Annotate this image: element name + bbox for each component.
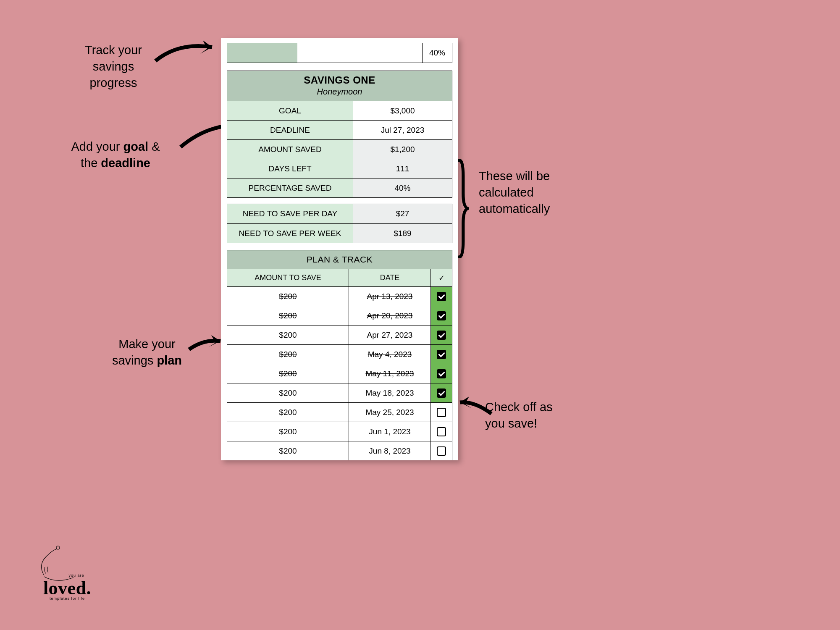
savings-row: DAYS LEFT111: [227, 159, 452, 178]
row-value: $1,200: [353, 140, 452, 159]
plan-check-cell[interactable]: [431, 364, 452, 383]
row-label: NEED TO SAVE PER DAY: [227, 204, 353, 223]
row-label: GOAL: [227, 101, 353, 120]
savings-subtitle: Honeymoon: [227, 86, 452, 99]
row-label: DEADLINE: [227, 121, 353, 139]
callout-check: Check off as you save!: [485, 399, 594, 432]
plan-date[interactable]: May 18, 2023: [349, 383, 431, 402]
plan-date[interactable]: Jun 1, 2023: [349, 422, 431, 441]
plan-check-cell[interactable]: [431, 326, 452, 344]
savings-tracker-card: 40% SAVINGS ONE Honeymoon GOAL$3,000DEAD…: [221, 38, 458, 460]
plan-amount[interactable]: $200: [227, 364, 349, 383]
need-block: NEED TO SAVE PER DAY$27NEED TO SAVE PER …: [227, 204, 452, 243]
checkbox-icon[interactable]: [437, 292, 446, 301]
checkbox-icon[interactable]: [437, 446, 446, 456]
savings-row: GOAL$3,000: [227, 101, 452, 120]
checkbox-icon[interactable]: [437, 388, 446, 398]
savings-title: SAVINGS ONE: [227, 74, 452, 86]
plan-date[interactable]: Apr 20, 2023: [349, 306, 431, 325]
plan-date[interactable]: May 11, 2023: [349, 364, 431, 383]
row-value: $189: [353, 224, 452, 243]
plan-row: $200May 25, 2023: [227, 402, 452, 422]
progress-bar: 40%: [227, 43, 452, 63]
plan-check-cell[interactable]: [431, 441, 452, 460]
callout-goal: Add your goal & the deadline: [52, 139, 178, 171]
row-label: AMOUNT SAVED: [227, 140, 353, 159]
row-value: $27: [353, 204, 452, 223]
savings-row: AMOUNT SAVED$1,200: [227, 139, 452, 159]
progress-track: [227, 43, 423, 63]
row-value[interactable]: $3,000: [353, 101, 452, 120]
arrow-icon: [153, 38, 225, 67]
plan-date[interactable]: May 25, 2023: [349, 403, 431, 422]
plan-check-cell[interactable]: [431, 345, 452, 364]
checkbox-icon[interactable]: [437, 427, 446, 436]
row-value[interactable]: Jul 27, 2023: [353, 121, 452, 139]
plan-check-cell[interactable]: [431, 383, 452, 402]
row-value: 40%: [353, 178, 452, 197]
callout-plan: Make your savings plan: [94, 336, 200, 369]
plan-row: $200Jun 1, 2023: [227, 422, 452, 441]
checkbox-icon[interactable]: [437, 350, 446, 359]
checkbox-icon[interactable]: [437, 311, 446, 320]
plan-amount[interactable]: $200: [227, 441, 349, 460]
plan-columns: AMOUNT TO SAVE DATE ✓: [227, 269, 452, 286]
plan-amount[interactable]: $200: [227, 326, 349, 344]
plan-amount[interactable]: $200: [227, 287, 349, 306]
plan-amount[interactable]: $200: [227, 306, 349, 325]
progress-percent: 40%: [423, 43, 452, 63]
savings-block: SAVINGS ONE Honeymoon GOAL$3,000DEADLINE…: [227, 71, 452, 198]
plan-row: $200Apr 27, 2023: [227, 325, 452, 344]
checkbox-icon[interactable]: [437, 408, 446, 417]
plan-amount[interactable]: $200: [227, 345, 349, 364]
plan-row: $200Apr 13, 2023: [227, 286, 452, 306]
plan-header: PLAN & TRACK: [227, 250, 452, 269]
row-label: NEED TO SAVE PER WEEK: [227, 224, 353, 243]
plan-row: $200May 18, 2023: [227, 383, 452, 402]
need-row: NEED TO SAVE PER WEEK$189: [227, 223, 452, 243]
row-label: DAYS LEFT: [227, 159, 353, 178]
callout-auto: These will be calculated automatically: [479, 168, 592, 217]
plan-row: $200Apr 20, 2023: [227, 306, 452, 325]
checkbox-icon[interactable]: [437, 331, 446, 340]
col-amount: AMOUNT TO SAVE: [227, 269, 349, 286]
plan-check-cell[interactable]: [431, 287, 452, 306]
plan-date[interactable]: Apr 27, 2023: [349, 326, 431, 344]
plan-amount[interactable]: $200: [227, 383, 349, 402]
savings-row: DEADLINEJul 27, 2023: [227, 120, 452, 139]
plan-row: $200May 4, 2023: [227, 344, 452, 364]
row-label: PERCENTAGE SAVED: [227, 178, 353, 197]
col-date: DATE: [349, 269, 431, 286]
plan-date[interactable]: Jun 8, 2023: [349, 441, 431, 460]
plan-amount[interactable]: $200: [227, 422, 349, 441]
col-check: ✓: [431, 269, 452, 286]
row-value: 111: [353, 159, 452, 178]
plan-check-cell[interactable]: [431, 403, 452, 422]
need-row: NEED TO SAVE PER DAY$27: [227, 204, 452, 223]
flower-icon: [32, 544, 103, 582]
savings-row: PERCENTAGE SAVED40%: [227, 178, 452, 197]
plan-block: PLAN & TRACK AMOUNT TO SAVE DATE ✓ $200A…: [227, 250, 452, 460]
plan-date[interactable]: May 4, 2023: [349, 345, 431, 364]
checkbox-icon[interactable]: [437, 369, 446, 378]
callout-progress: Track your savings progress: [61, 42, 166, 91]
progress-fill: [227, 43, 297, 63]
plan-check-cell[interactable]: [431, 306, 452, 325]
svg-point-0: [56, 546, 60, 549]
plan-date[interactable]: Apr 13, 2023: [349, 287, 431, 306]
plan-row: $200May 11, 2023: [227, 364, 452, 383]
savings-header: SAVINGS ONE Honeymoon: [227, 71, 452, 101]
plan-check-cell[interactable]: [431, 422, 452, 441]
plan-amount[interactable]: $200: [227, 403, 349, 422]
plan-row: $200Jun 8, 2023: [227, 441, 452, 460]
brand-logo: you are loved. templates for life: [25, 544, 109, 601]
